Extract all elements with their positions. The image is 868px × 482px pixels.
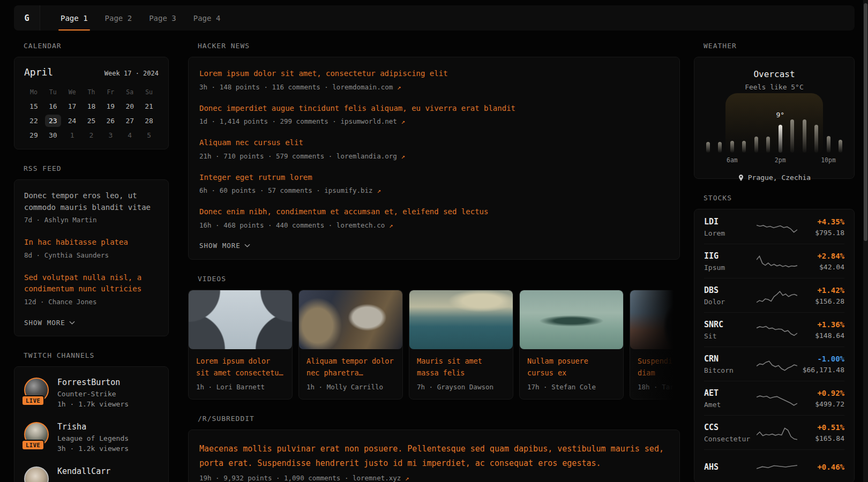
hackernews-item-title[interactable]: Aliquam nec cursus elit (199, 138, 669, 148)
calendar-day-cell[interactable]: 21 (139, 100, 159, 112)
video-card[interactable]: Nullam posuerecursus ex17h · Stefan Cole (519, 290, 624, 400)
stock-row[interactable]: SNRCSit+1.36%$148.64 (704, 312, 844, 347)
twitch-channel-name[interactable]: Trisha (57, 422, 129, 432)
calendar-day-cell[interactable]: 18 (82, 100, 101, 112)
hackernews-item-title[interactable]: Lorem ipsum dolor sit amet, consectetur … (199, 69, 669, 79)
twitch-channel-name[interactable]: ForrestBurton (57, 378, 129, 387)
rss-item-title[interactable]: Sed volutpat nulla nisl, a condimentum n… (24, 272, 159, 295)
stock-sparkline (755, 457, 798, 477)
video-title-line: nec pharetra… (306, 367, 395, 379)
video-card[interactable]: Aliquam tempor dolornec pharetra…1h · Mo… (298, 290, 403, 400)
calendar-day-cell[interactable]: 3 (101, 129, 120, 141)
stock-row[interactable]: CCSConsectetur+0.51%$165.84 (704, 415, 844, 449)
calendar-day-cell[interactable]: 4 (120, 129, 139, 141)
calendar-day-cell[interactable]: 19 (101, 100, 120, 112)
calendar-day-cell[interactable]: 20 (120, 100, 139, 112)
tab-page-1[interactable]: Page 1 (52, 5, 96, 31)
calendar-day-cell[interactable]: 1 (63, 129, 82, 141)
video-title[interactable]: Suspendissediam (638, 355, 680, 379)
calendar-day-cell[interactable]: 17 (63, 100, 82, 112)
calendar-day-cell[interactable]: 29 (24, 129, 43, 141)
stock-change: +1.42% (798, 286, 844, 295)
stock-change: +0.92% (798, 389, 844, 397)
video-meta: 1h · Lori Barnett (196, 383, 285, 391)
calendar-weekday: Th (82, 86, 101, 100)
calendar-weekday-row: MoTuWeThFrSaSu (24, 86, 159, 100)
left-column: CALENDAR April Week 17 · 2024 MoTuWeThFr… (14, 37, 169, 482)
calendar-days-grid: 1516171819202122232425262728293012345 (24, 100, 159, 141)
hackernews-item-title[interactable]: Donec enim nibh, condimentum et accumsan… (199, 207, 669, 217)
calendar-day-cell[interactable]: 27 (120, 115, 139, 127)
video-card[interactable]: Suspendissediam18h · Tara (630, 290, 680, 400)
twitch-channel-row[interactable]: KendallCarr (24, 466, 159, 482)
calendar-day-cell[interactable]: 5 (139, 129, 159, 141)
hackernews-item-title[interactable]: Integer eget rutrum lorem (199, 172, 669, 183)
weather-hour-bar (754, 137, 758, 153)
subreddit-post-meta: 19h · 9,932 points · 1,090 comments · lo… (199, 474, 669, 482)
video-title[interactable]: Lorem ipsum dolorsit amet consectetu… (196, 355, 285, 379)
stock-row[interactable]: AETAmet+0.92%$499.72 (704, 381, 844, 415)
video-title[interactable]: Nullam posuerecursus ex (527, 355, 616, 379)
external-link-icon: ↗ (405, 474, 409, 482)
stock-price: $795.18 (798, 229, 844, 237)
calendar-header: April Week 17 · 2024 (24, 66, 159, 78)
rss-item-title[interactable]: Donec tempor eros leo, ut commodo mauris… (24, 190, 159, 213)
stock-row[interactable]: IIGIpsum+2.84%$42.04 (704, 244, 844, 278)
calendar-day-cell[interactable]: 30 (43, 129, 63, 141)
stock-values: +0.92%$499.72 (798, 389, 844, 408)
stock-identity: LDILorem (704, 217, 755, 237)
video-card-body: Aliquam tempor dolornec pharetra…1h · Mo… (299, 349, 402, 397)
twitch-channel-row[interactable]: LIVEForrestBurtonCounter-Strike1h · 1.7k… (24, 378, 159, 408)
weather-hour-bar (766, 137, 770, 153)
video-title-line: Mauris sit amet (417, 355, 505, 367)
weather-condition: Overcast (705, 69, 843, 79)
calendar-day-cell[interactable]: 23 (43, 115, 63, 127)
hackernews-item-meta: 6h · 60 points · 57 comments · ipsumify.… (199, 186, 669, 194)
calendar-day-cell[interactable]: 24 (63, 115, 82, 127)
app-logo[interactable]: G (14, 5, 40, 31)
calendar-day: 18 (84, 100, 100, 112)
avatar (24, 466, 49, 482)
scrollbar-thumb[interactable] (864, 3, 867, 241)
hackernews-item-title[interactable]: Donec imperdiet augue tincidunt felis al… (199, 103, 669, 114)
stock-sparkline (755, 355, 798, 374)
calendar-day-cell[interactable]: 16 (43, 100, 63, 112)
stock-change: +2.84% (798, 252, 844, 260)
calendar-day-cell[interactable]: 28 (139, 115, 159, 127)
tab-page-3[interactable]: Page 3 (140, 5, 185, 31)
rss-item: Donec tempor eros leo, ut commodo mauris… (24, 190, 159, 225)
rss-item: In hac habitasse platea8d · Cynthia Saun… (24, 237, 159, 260)
page-scrollbar[interactable] (863, 0, 868, 482)
tab-page-2[interactable]: Page 2 (96, 5, 141, 31)
calendar-day: 28 (141, 115, 157, 127)
stock-row[interactable]: AHS+0.46% (704, 449, 844, 482)
hackernews-show-more-button[interactable]: SHOW MORE (199, 242, 669, 250)
tab-page-4[interactable]: Page 4 (185, 5, 229, 31)
videos-row: Lorem ipsum dolorsit amet consectetu…1h … (188, 290, 680, 400)
calendar-day-cell[interactable]: 2 (82, 129, 101, 141)
video-card[interactable]: Mauris sit ametmassa felis7h · Grayson D… (409, 290, 513, 400)
rss-show-more-button[interactable]: SHOW MORE (24, 319, 159, 327)
stock-values: +4.35%$795.18 (798, 217, 844, 237)
stock-values: +1.42%$156.28 (798, 286, 844, 305)
stock-row[interactable]: CRNBitcorn-1.00%$66,171.48 (704, 347, 844, 381)
calendar-day-cell[interactable]: 15 (24, 100, 43, 112)
subreddit-post-title[interactable]: Maecenas mollis pulvinar erat non posuer… (199, 442, 669, 471)
stock-row[interactable]: DBSDolor+1.42%$156.28 (704, 278, 844, 312)
rss-items: Donec tempor eros leo, ut commodo mauris… (24, 190, 159, 307)
live-badge: LIVE (21, 395, 44, 406)
rss-item-title[interactable]: In hac habitasse platea (24, 237, 159, 248)
calendar-day-cell[interactable]: 25 (82, 115, 101, 127)
calendar-day-cell[interactable]: 26 (101, 115, 120, 127)
stock-symbol: DBS (704, 285, 755, 295)
video-title[interactable]: Mauris sit ametmassa felis (417, 355, 505, 379)
video-title[interactable]: Aliquam tempor dolornec pharetra… (306, 355, 395, 379)
external-link-icon: ↗ (397, 83, 401, 91)
stock-row[interactable]: LDILorem+4.35%$795.18 (704, 209, 844, 244)
live-badge: LIVE (21, 440, 44, 450)
calendar-day-cell[interactable]: 22 (24, 115, 43, 127)
twitch-channel-name[interactable]: KendallCarr (57, 466, 110, 476)
twitch-channel-row[interactable]: LIVETrishaLeague of Legends3h · 1.2k vie… (24, 422, 159, 453)
weather-current-temp-label: 9° (770, 111, 790, 119)
video-card[interactable]: Lorem ipsum dolorsit amet consectetu…1h … (188, 290, 293, 400)
